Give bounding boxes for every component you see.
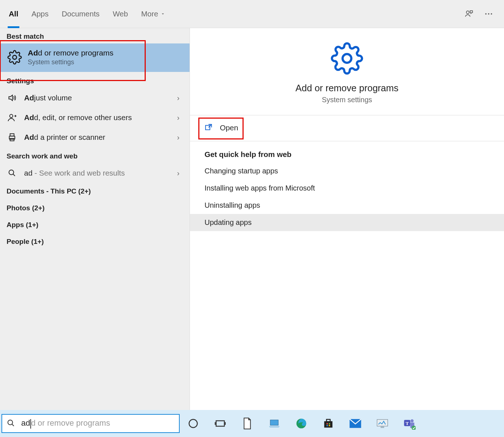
chevron-right-icon: › xyxy=(173,114,183,122)
tab-more[interactable]: More xyxy=(141,9,165,18)
volume-icon xyxy=(7,92,18,103)
quick-help-item[interactable]: Changing startup apps xyxy=(190,162,504,180)
svg-point-28 xyxy=(411,419,414,422)
category-apps[interactable]: Apps (1+) xyxy=(0,216,190,233)
svg-rect-15 xyxy=(270,420,278,425)
taskbar-app-laptop[interactable] xyxy=(264,415,284,432)
svg-point-3 xyxy=(491,13,492,15)
taskbar-app-store[interactable] xyxy=(318,415,338,432)
svg-rect-7 xyxy=(10,134,14,136)
settings-item-label: Add, edit, or remove other users xyxy=(24,113,173,122)
tab-documents[interactable]: Documents xyxy=(62,9,100,18)
settings-item-label: Add a printer or scanner xyxy=(24,133,173,142)
results-pane: Best match Add or remove programs System… xyxy=(0,28,190,410)
taskbar-app-monitor[interactable] xyxy=(373,415,392,432)
taskbar-app-teams[interactable]: T xyxy=(400,415,419,432)
svg-point-12 xyxy=(8,420,13,425)
tab-more-label: More xyxy=(141,9,158,18)
svg-rect-8 xyxy=(10,138,14,141)
best-match-title: Add or remove programs xyxy=(28,49,114,57)
settings-item-label: Adjust volume xyxy=(24,93,173,102)
search-tab-bar: All Apps Documents Web More xyxy=(0,0,504,28)
svg-rect-11 xyxy=(206,126,210,130)
taskbar-app-mail[interactable] xyxy=(345,415,365,432)
gear-icon-large xyxy=(331,42,363,76)
web-result-text: ad - See work and web results xyxy=(24,169,173,177)
tab-all[interactable]: All xyxy=(9,9,18,18)
web-result[interactable]: ad - See work and web results › xyxy=(0,163,190,183)
svg-rect-18 xyxy=(327,419,330,422)
search-icon xyxy=(7,419,16,428)
search-input[interactable]: add or remove programs xyxy=(1,414,180,433)
best-match-label: Best match xyxy=(0,28,190,43)
svg-point-9 xyxy=(9,170,14,175)
tab-web[interactable]: Web xyxy=(113,9,128,18)
detail-subtitle: System settings xyxy=(322,96,372,104)
svg-rect-14 xyxy=(216,421,225,426)
svg-rect-19 xyxy=(327,423,328,425)
taskbar-app-edge[interactable] xyxy=(291,415,311,432)
open-label: Open xyxy=(220,123,238,132)
search-web-label: Search work and web xyxy=(0,147,190,163)
svg-rect-22 xyxy=(329,425,330,426)
tab-apps[interactable]: Apps xyxy=(31,9,49,18)
gear-icon xyxy=(7,49,23,65)
svg-point-2 xyxy=(488,13,489,15)
quick-help-item[interactable]: Updating apps xyxy=(190,214,504,231)
more-options-icon[interactable] xyxy=(482,7,495,20)
svg-text:T: T xyxy=(405,421,409,426)
category-documents[interactable]: Documents - This PC (2+) xyxy=(0,183,190,200)
svg-point-1 xyxy=(485,13,487,15)
feedback-icon[interactable] xyxy=(462,7,476,20)
settings-result-adjust-volume[interactable]: Adjust volume › xyxy=(0,88,190,108)
quick-help-title: Get quick help from web xyxy=(205,150,489,159)
chevron-down-icon xyxy=(160,11,165,16)
svg-rect-20 xyxy=(329,423,330,425)
task-view-icon[interactable] xyxy=(210,415,230,432)
open-icon xyxy=(205,123,213,132)
printer-icon xyxy=(7,132,18,143)
svg-point-0 xyxy=(466,11,469,14)
category-people[interactable]: People (1+) xyxy=(0,233,190,250)
svg-rect-17 xyxy=(324,421,333,428)
svg-point-10 xyxy=(343,54,351,63)
chevron-right-icon: › xyxy=(173,94,183,102)
settings-result-users[interactable]: Add, edit, or remove other users › xyxy=(0,108,190,127)
search-icon xyxy=(7,168,18,179)
taskbar: add or remove programs T xyxy=(0,410,504,437)
category-photos[interactable]: Photos (2+) xyxy=(0,200,190,216)
open-action[interactable]: Open xyxy=(190,115,504,141)
search-text: add or remove programs xyxy=(21,418,110,428)
settings-result-printer[interactable]: Add a printer or scanner › xyxy=(0,127,190,147)
chevron-right-icon: › xyxy=(173,169,183,177)
svg-rect-21 xyxy=(327,425,328,426)
cortana-icon[interactable] xyxy=(183,415,203,432)
quick-help-item[interactable]: Installing web apps from Microsoft xyxy=(190,180,504,197)
taskbar-app-document[interactable] xyxy=(237,415,257,432)
svg-point-13 xyxy=(189,419,198,428)
svg-point-4 xyxy=(13,55,17,60)
settings-label: Settings xyxy=(0,72,190,88)
detail-title: Add or remove programs xyxy=(295,83,398,93)
user-plus-icon xyxy=(7,112,18,123)
svg-point-5 xyxy=(10,114,13,118)
chevron-right-icon: › xyxy=(173,133,183,142)
detail-pane: Add or remove programs System settings O… xyxy=(190,28,504,410)
svg-rect-25 xyxy=(381,427,384,428)
best-match-subtitle: System settings xyxy=(28,58,114,66)
quick-help-item[interactable]: Uninstalling apps xyxy=(190,197,504,214)
best-match-result[interactable]: Add or remove programs System settings xyxy=(0,43,190,72)
